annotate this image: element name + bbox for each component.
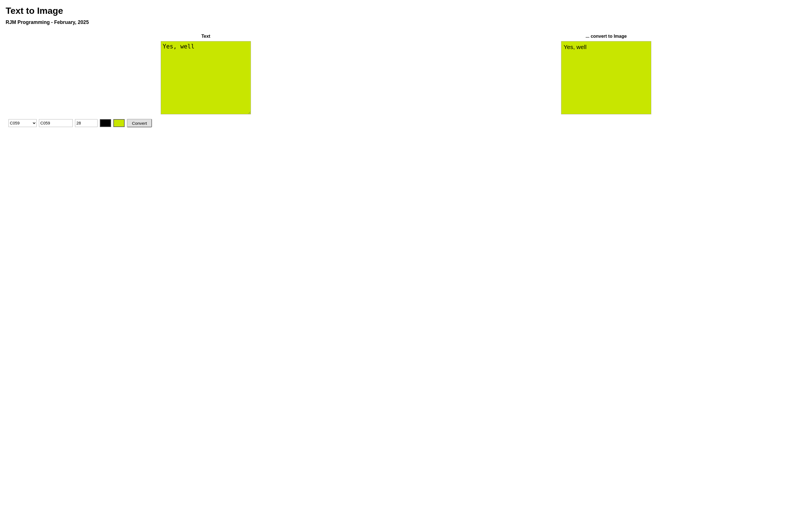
- main-columns: Text Yes, well ... convert to Image Yes,…: [6, 34, 806, 114]
- controls-row: C059 Convert: [6, 119, 806, 127]
- image-preview: Yes, well: [561, 41, 651, 114]
- page-title: Text to Image: [6, 6, 806, 16]
- page-subtitle: RJM Programming - February, 2025: [6, 19, 806, 25]
- foreground-color-swatch[interactable]: [100, 119, 111, 127]
- text-column: Text Yes, well: [6, 34, 406, 114]
- text-column-label: Text: [201, 34, 210, 39]
- image-column: ... convert to Image Yes, well: [406, 34, 806, 114]
- image-column-label: ... convert to Image: [586, 34, 627, 39]
- background-color-swatch[interactable]: [113, 119, 124, 127]
- text-input[interactable]: Yes, well: [161, 41, 251, 114]
- size-input[interactable]: [75, 119, 98, 127]
- font-select[interactable]: C059: [8, 119, 37, 127]
- convert-button[interactable]: Convert: [127, 119, 152, 127]
- font-input[interactable]: [39, 119, 73, 127]
